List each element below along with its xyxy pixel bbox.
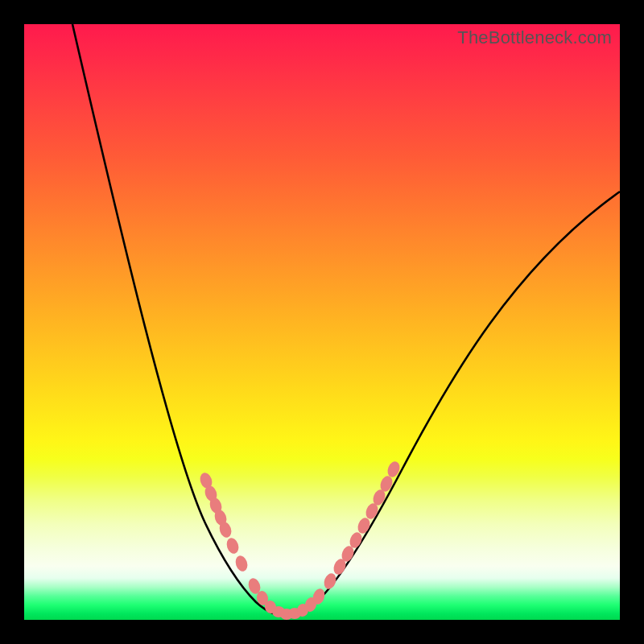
chart-frame: TheBottleneck.com <box>0 0 644 644</box>
curve-marker <box>356 516 372 535</box>
plot-area: TheBottleneck.com <box>24 24 620 620</box>
curve-layer <box>72 24 620 616</box>
chart-svg <box>24 24 620 620</box>
curve-marker <box>322 572 338 591</box>
curve-marker <box>225 536 240 555</box>
markers-layer <box>198 460 402 620</box>
curve-marker <box>233 554 249 572</box>
bottleneck-curve <box>72 24 620 616</box>
